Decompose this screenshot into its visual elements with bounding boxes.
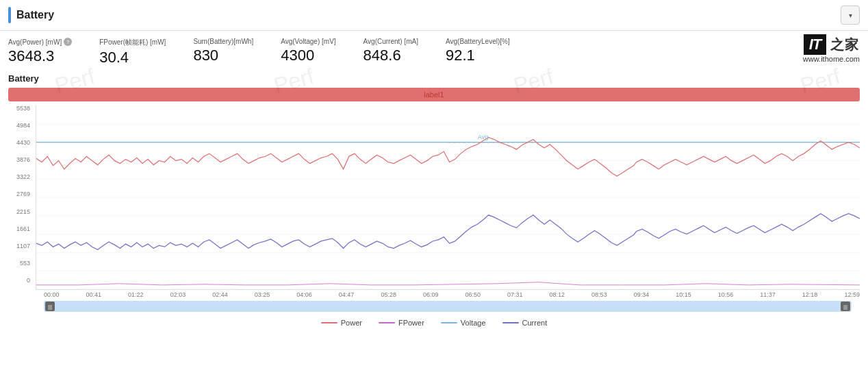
x-tick-label: 00:00 xyxy=(44,291,60,298)
y-tick-label: 553 xyxy=(8,260,33,267)
stat-label: Avg(Power) [mW]? xyxy=(8,38,72,46)
legend-item: FPower xyxy=(379,319,424,327)
stats-row: Avg(Power) [mW]?3648.3FPower(帧能耗) [mW]30… xyxy=(0,31,868,71)
power-line xyxy=(36,137,860,176)
x-tick-label: 11:37 xyxy=(760,291,776,298)
stat-value: 830 xyxy=(193,47,253,64)
stat-label: Avg(Current) [mA] xyxy=(363,38,418,45)
x-axis: 00:0000:4101:2202:0302:4403:2504:0604:47… xyxy=(44,290,860,298)
legend-label: Current xyxy=(522,319,548,327)
svg-text:Avg: Avg xyxy=(478,134,489,140)
legend-color-swatch xyxy=(441,322,457,323)
x-tick-label: 10:15 xyxy=(676,291,691,298)
x-tick-label: 08:53 xyxy=(591,291,607,298)
page-header: Battery ▾ xyxy=(0,0,868,31)
x-tick-label: 02:03 xyxy=(170,291,186,298)
y-tick-label: 5538 xyxy=(8,106,33,112)
legend-color-swatch xyxy=(502,322,519,323)
x-tick-label: 00:41 xyxy=(86,291,102,298)
stat-item: Avg(Voltage) [mV]4300 xyxy=(281,38,335,64)
current-line xyxy=(36,214,860,250)
scrollbar[interactable]: ||| ||| xyxy=(44,301,852,312)
x-tick-label: 12:18 xyxy=(802,291,818,298)
scrollbar-left-handle[interactable]: ||| xyxy=(45,302,55,311)
y-tick-label: 3322 xyxy=(8,174,33,180)
y-tick-label: 2769 xyxy=(8,191,33,197)
x-tick-label: 07:31 xyxy=(507,291,523,298)
legend-item: Power xyxy=(321,319,362,327)
header-left: Battery xyxy=(8,7,54,23)
y-tick-label: 2215 xyxy=(8,209,33,215)
header-accent xyxy=(8,7,11,23)
label-bar: label1 xyxy=(8,88,860,101)
legend-label: Voltage xyxy=(461,319,486,327)
chart-area: Avg xyxy=(36,106,860,290)
y-tick-label: 1107 xyxy=(8,243,33,249)
y-tick-label: 0 xyxy=(8,278,33,284)
info-icon[interactable]: ? xyxy=(64,38,72,46)
legend-label: Power xyxy=(341,319,362,327)
x-tick-label: 12:59 xyxy=(844,291,860,298)
stat-item: Sum(Battery)[mWh]830 xyxy=(193,38,253,64)
stat-item: FPower(帧能耗) [mW]30.4 xyxy=(99,38,166,66)
stat-value: 92.1 xyxy=(446,47,510,64)
stat-value: 848.6 xyxy=(363,47,418,64)
x-tick-label: 03:25 xyxy=(255,291,270,298)
stat-item: Avg(Power) [mW]?3648.3 xyxy=(8,38,72,65)
legend-item: Voltage xyxy=(441,319,486,327)
stat-value: 4300 xyxy=(281,47,335,64)
legend-item: Current xyxy=(502,319,548,327)
x-tick-label: 04:06 xyxy=(296,291,312,298)
stat-value: 3648.3 xyxy=(8,47,72,65)
stat-label: Avg(Voltage) [mV] xyxy=(281,38,335,45)
stat-item: Avg(Current) [mA]848.6 xyxy=(363,38,418,64)
fpower-line xyxy=(36,282,860,285)
x-tick-label: 06:09 xyxy=(423,291,439,298)
stat-label: Avg(BatteryLevel)[%] xyxy=(446,38,510,45)
chart-container: 5538498444303876332227692215166111075530 xyxy=(8,106,860,290)
stat-value: 30.4 xyxy=(99,49,166,66)
x-tick-label: 09:34 xyxy=(634,291,650,298)
chart-section-title: Battery xyxy=(8,73,860,84)
legend-label: FPower xyxy=(398,319,424,327)
y-tick-label: 3876 xyxy=(8,157,33,163)
stat-label: FPower(帧能耗) [mW] xyxy=(99,38,166,47)
y-tick-label: 4984 xyxy=(8,123,33,129)
chart-svg: Avg xyxy=(36,106,860,289)
y-tick-label: 1661 xyxy=(8,226,33,232)
chart-section: Battery label1 5538498444303876332227692… xyxy=(0,71,868,330)
x-tick-label: 06:50 xyxy=(465,291,481,298)
stat-label: Sum(Battery)[mWh] xyxy=(193,38,253,45)
dropdown-button[interactable]: ▾ xyxy=(841,5,860,25)
stat-item: Avg(BatteryLevel)[%]92.1 xyxy=(446,38,510,64)
x-tick-label: 04:47 xyxy=(339,291,355,298)
scrollbar-right-handle[interactable]: ||| xyxy=(841,302,850,311)
x-tick-label: 01:22 xyxy=(128,291,144,298)
y-tick-label: 4430 xyxy=(8,140,33,146)
legend: PowerFPowerVoltageCurrent xyxy=(8,315,860,330)
x-tick-label: 02:44 xyxy=(212,291,228,298)
page-title: Battery xyxy=(16,9,54,21)
x-tick-label: 05:28 xyxy=(381,291,396,298)
x-tick-label: 08:12 xyxy=(550,291,565,298)
legend-color-swatch xyxy=(379,322,395,323)
x-tick-label: 10:56 xyxy=(718,291,734,298)
legend-color-swatch xyxy=(321,322,337,323)
